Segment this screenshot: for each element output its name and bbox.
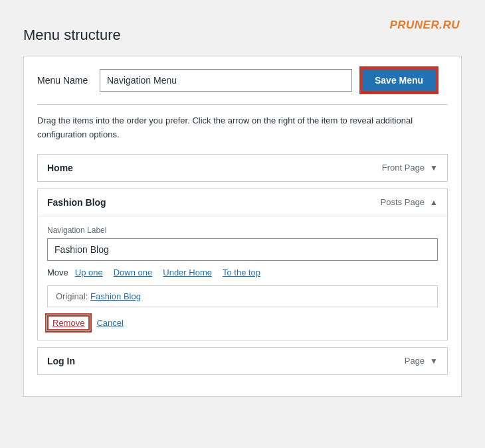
menu-item-fashion-blog-body: Navigation Label Move Up one Down one Un… bbox=[38, 216, 447, 340]
main-card: Menu Name Save Menu Drag the items into … bbox=[23, 56, 462, 397]
brand-logo: PRUNER.RU bbox=[389, 19, 460, 32]
menu-item-home-meta: Front Page ▼ bbox=[382, 163, 438, 173]
menu-item-log-in: Log In Page ▼ bbox=[37, 347, 448, 375]
menu-name-input[interactable] bbox=[100, 69, 352, 92]
menu-item-home-header[interactable]: Home Front Page ▼ bbox=[38, 155, 447, 181]
move-down-one-link[interactable]: Down one bbox=[114, 267, 153, 277]
nav-label-input[interactable] bbox=[47, 238, 438, 261]
move-to-top-link[interactable]: To the top bbox=[223, 267, 260, 277]
menu-item-fashion-blog-type: Posts Page bbox=[381, 197, 425, 207]
menu-item-log-in-type: Page bbox=[405, 356, 425, 366]
menu-item-home-type: Front Page bbox=[382, 163, 425, 173]
menu-item-fashion-blog-title: Fashion Blog bbox=[47, 197, 106, 208]
save-menu-button[interactable]: Save Menu bbox=[361, 68, 436, 92]
move-row: Move Up one Down one Under Home To the t… bbox=[47, 267, 438, 277]
menu-name-label: Menu Name bbox=[37, 75, 90, 86]
menu-item-fashion-blog-meta: Posts Page ▲ bbox=[381, 197, 438, 207]
menu-item-log-in-meta: Page ▼ bbox=[405, 356, 438, 366]
menu-item-log-in-title: Log In bbox=[47, 356, 75, 366]
cancel-link[interactable]: Cancel bbox=[96, 318, 123, 328]
remove-link[interactable]: Remove bbox=[47, 315, 90, 331]
menu-item-fashion-blog: Fashion Blog Posts Page ▲ Navigation Lab… bbox=[37, 188, 448, 340]
action-row: Remove Cancel bbox=[47, 315, 438, 331]
menu-item-fashion-blog-chevron: ▲ bbox=[430, 198, 438, 207]
menu-item-fashion-blog-header[interactable]: Fashion Blog Posts Page ▲ bbox=[38, 189, 447, 216]
nav-label-label: Navigation Label bbox=[47, 226, 438, 235]
menu-item-log-in-header[interactable]: Log In Page ▼ bbox=[38, 348, 447, 374]
page-wrapper: PRUNER.RU Menu structure Menu Name Save … bbox=[13, 13, 472, 448]
menu-name-row: Menu Name Save Menu bbox=[37, 68, 448, 92]
move-label: Move bbox=[47, 267, 68, 277]
move-up-one-link[interactable]: Up one bbox=[75, 267, 103, 277]
original-link[interactable]: Fashion Blog bbox=[90, 291, 141, 301]
menu-item-home-chevron: ▼ bbox=[430, 163, 438, 173]
divider-top bbox=[37, 104, 448, 105]
menu-item-home: Home Front Page ▼ bbox=[37, 154, 448, 182]
move-under-home-link[interactable]: Under Home bbox=[163, 267, 212, 277]
original-row: Original: Fashion Blog bbox=[47, 285, 438, 307]
instruction-text: Drag the items into the order you prefer… bbox=[37, 114, 448, 142]
menu-item-home-title: Home bbox=[47, 163, 73, 173]
menu-item-log-in-chevron: ▼ bbox=[430, 356, 438, 366]
original-label: Original: bbox=[56, 291, 88, 301]
